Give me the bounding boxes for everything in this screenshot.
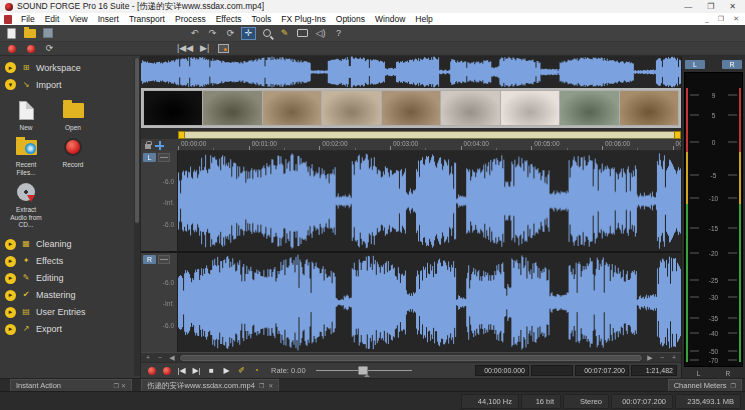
expand-arrow-icon[interactable]: ► [5, 324, 16, 335]
scrollbar-thumb[interactable] [180, 355, 642, 361]
loop-start-marker[interactable] [178, 131, 185, 139]
menu-insert[interactable]: Insert [93, 14, 124, 24]
video-thumbnail-3[interactable] [263, 91, 321, 125]
extract-audio-from-cd-button[interactable]: Extract Audio from CD... [8, 180, 44, 228]
sidebar-section-user-entries[interactable]: ►▤User Entries [2, 305, 131, 320]
cursor-position-box[interactable]: 00:00:00.000 [475, 365, 529, 376]
doc-restore-button[interactable]: ❐ [718, 15, 724, 23]
remote-record-button[interactable] [4, 42, 19, 55]
scroll-right-button[interactable]: ▶ [645, 354, 655, 362]
open-button[interactable]: Open [55, 98, 91, 131]
meter-left-button[interactable]: L [685, 60, 705, 69]
expand-arrow-icon[interactable]: ► [5, 273, 16, 284]
time-ruler[interactable]: 00:00:0000:01:0000:02:0000:03:0000:04:00… [178, 139, 681, 151]
record-button[interactable] [23, 42, 38, 55]
meter-right-button[interactable]: R [722, 60, 742, 69]
lock-icon[interactable] [145, 144, 151, 149]
zoom-in-time-button[interactable]: + [669, 354, 679, 362]
close-icon[interactable]: ✕ [268, 382, 273, 389]
menu-help[interactable]: Help [410, 14, 437, 24]
loop-playback-button[interactable]: ◔ [250, 365, 263, 377]
sidebar-section-import[interactable]: ▼↘Import [2, 77, 131, 92]
go-to-start-button[interactable]: |◀◀ [177, 42, 193, 55]
loop-region-bar[interactable] [178, 131, 681, 139]
expand-arrow-icon[interactable]: ► [5, 290, 16, 301]
channel-minimize-button[interactable]: — [158, 255, 170, 264]
scrollbar-track[interactable] [179, 355, 643, 361]
loop-playback-button[interactable]: ⟳ [42, 42, 57, 55]
video-thumbnail-6[interactable] [441, 91, 499, 125]
document-tab[interactable]: 伤递的安详www.ssdax.com.mp4 ❐ ✕ [141, 379, 279, 391]
menu-process[interactable]: Process [170, 14, 211, 24]
menu-edit[interactable]: Edit [40, 14, 65, 24]
expand-arrow-icon[interactable]: ► [5, 239, 16, 250]
undo-button[interactable]: ↶ [187, 27, 202, 40]
menu-window[interactable]: Window [370, 14, 410, 24]
pin-icon[interactable]: ❐ [259, 382, 264, 389]
expand-arrow-icon[interactable]: ▼ [5, 79, 16, 90]
expand-arrow-icon[interactable]: ► [5, 256, 16, 267]
rate-slider[interactable] [316, 366, 412, 376]
instant-action-tab[interactable]: Instant Action ❐ ✕ [10, 379, 132, 391]
play-button[interactable]: ▶ [220, 365, 233, 377]
zoom-out-button[interactable]: − [155, 354, 165, 362]
video-thumbnail-1[interactable] [144, 91, 202, 125]
doc-minimize-button[interactable]: _ [705, 15, 709, 23]
go-to-end-button[interactable]: ▶| [190, 365, 203, 377]
save-button[interactable] [40, 27, 55, 40]
menu-file[interactable]: File [16, 14, 40, 24]
scroll-left-button[interactable]: ◀ [167, 354, 177, 362]
sidebar-section-workspace[interactable]: ►⊞Workspace [2, 60, 131, 75]
left-channel-waveform[interactable] [178, 151, 681, 251]
edit-tool-button[interactable]: ✛ [241, 27, 256, 40]
redo-button[interactable]: ↷ [205, 27, 220, 40]
rate-slider-handle[interactable] [358, 366, 368, 375]
menu-effects[interactable]: Effects [211, 14, 247, 24]
new-file-button[interactable] [4, 27, 19, 40]
pin-icon[interactable]: ❐ [731, 382, 736, 389]
channel-button-l[interactable]: L [143, 153, 156, 162]
record-button[interactable] [160, 365, 173, 377]
menu-view[interactable]: View [64, 14, 92, 24]
stop-button[interactable]: ■ [205, 365, 218, 377]
go-to-end-button[interactable]: ▶| [197, 42, 212, 55]
pin-icon[interactable]: ❐ [113, 383, 118, 389]
sidebar-scrollbar[interactable] [134, 58, 140, 376]
record-button[interactable]: Record [55, 135, 91, 176]
repeat-button[interactable]: ⟳ [223, 27, 238, 40]
sidebar-scrollbar-thumb[interactable] [135, 58, 139, 223]
maximize-button[interactable]: ❐ [707, 2, 714, 11]
pan-tool-icon[interactable] [155, 141, 164, 150]
selection-start-box[interactable] [531, 365, 573, 376]
video-thumbnail-4[interactable] [322, 91, 380, 125]
right-channel-waveform[interactable] [178, 253, 681, 353]
menu-fx-plug-ins[interactable]: FX Plug-Ins [276, 14, 330, 24]
loop-end-marker[interactable] [674, 131, 681, 139]
video-thumbnail-strip[interactable] [141, 88, 681, 128]
zoom-out-time-button[interactable]: − [657, 354, 667, 362]
selection-end-box[interactable]: 00:07:07.200 [575, 365, 629, 376]
video-thumbnail-5[interactable] [382, 91, 440, 125]
video-thumbnail-8[interactable] [560, 91, 618, 125]
close-icon[interactable]: ✕ [121, 383, 126, 389]
go-to-start-button[interactable]: |◀ [175, 365, 188, 377]
sidebar-section-export[interactable]: ►↗Export [2, 322, 131, 337]
overview-waveform[interactable] [141, 56, 681, 88]
menu-options[interactable]: Options [331, 14, 370, 24]
channel-button-r[interactable]: R [143, 255, 156, 264]
event-tool-button[interactable] [295, 27, 310, 40]
video-thumbnail-9[interactable] [620, 91, 678, 125]
doc-close-button[interactable]: ✕ [733, 15, 739, 23]
remote-record-button[interactable] [145, 365, 158, 377]
sidebar-section-mastering[interactable]: ►✔Mastering [2, 288, 131, 303]
expand-arrow-icon[interactable]: ► [5, 62, 16, 73]
sidebar-section-cleaning[interactable]: ►▦Cleaning [2, 237, 131, 252]
minimize-button[interactable]: — [684, 2, 692, 11]
channel-minimize-button[interactable]: — [158, 153, 170, 162]
expand-arrow-icon[interactable]: ► [5, 307, 16, 318]
channel-meters-tab[interactable]: Channel Meters ❐ [668, 379, 742, 391]
whats-this-help-button[interactable]: ? [331, 27, 346, 40]
selection-length-box[interactable]: 1:21,482 [631, 365, 677, 376]
magnify-tool-button[interactable] [259, 27, 274, 40]
video-thumbnail-7[interactable] [501, 91, 559, 125]
